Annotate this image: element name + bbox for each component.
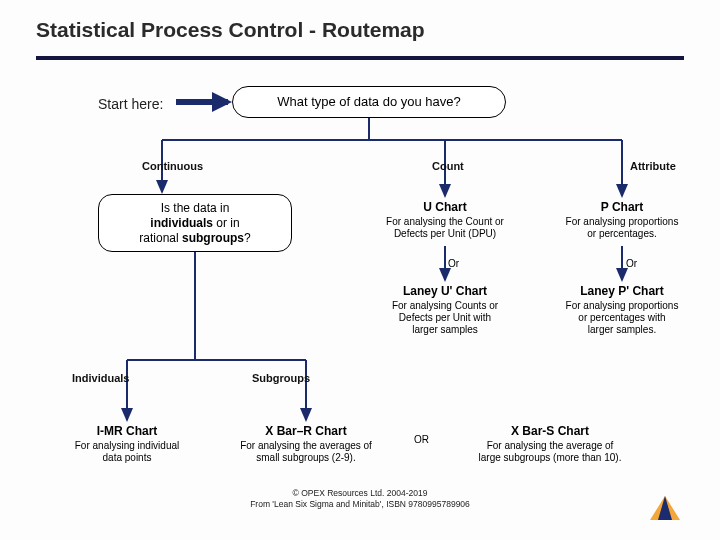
or-subgroups: OR (414, 434, 429, 445)
p-chart-desc2: or percentages. (546, 228, 698, 240)
branch-continuous: Continuous (142, 160, 203, 172)
q2-line3: rational subgroups? (99, 231, 291, 246)
footer: © OPEX Resources Ltd. 2004-2019 From 'Le… (0, 488, 720, 510)
logo-icon (648, 494, 682, 522)
q2-line2: individuals or in (99, 216, 291, 231)
laney-u-desc2: Defects per Unit with (365, 312, 525, 324)
title-rule (36, 56, 684, 60)
xbar-r-header: X Bar–R Chart (218, 424, 394, 438)
imr-section: I-MR Chart For analysing individual data… (56, 424, 198, 464)
footer-line2: From 'Lean Six Sigma and Minitab', ISBN … (250, 499, 470, 509)
imr-desc1: For analysing individual (56, 440, 198, 452)
laney-p-desc1: For analysing proportions (546, 300, 698, 312)
laney-p-desc2: or percentages with (546, 312, 698, 324)
p-chart-desc1: For analysing proportions (546, 216, 698, 228)
laney-p-section: Laney P' Chart For analysing proportions… (546, 284, 698, 336)
laney-u-header: Laney U' Chart (365, 284, 525, 298)
branch-count: Count (432, 160, 464, 172)
xbar-s-desc2: large subgroups (more than 10). (450, 452, 650, 464)
laney-u-desc1: For analysing Counts or (365, 300, 525, 312)
branch-subgroups: Subgroups (252, 372, 310, 384)
imr-desc2: data points (56, 452, 198, 464)
xbar-s-desc1: For analysing the average of (450, 440, 650, 452)
xbar-r-desc1: For analysing the averages of (218, 440, 394, 452)
or-count: Or (448, 258, 459, 269)
laney-u-section: Laney U' Chart For analysing Counts or D… (365, 284, 525, 336)
xbar-s-header: X Bar-S Chart (450, 424, 650, 438)
xbar-s-section: X Bar-S Chart For analysing the average … (450, 424, 650, 464)
p-chart-section: P Chart For analysing proportions or per… (546, 200, 698, 240)
u-chart-desc2: Defects per Unit (DPU) (365, 228, 525, 240)
footer-line1: © OPEX Resources Ltd. 2004-2019 (293, 488, 428, 498)
xbar-r-section: X Bar–R Chart For analysing the averages… (218, 424, 394, 464)
laney-p-header: Laney P' Chart (546, 284, 698, 298)
branch-individuals: Individuals (72, 372, 129, 384)
p-chart-header: P Chart (546, 200, 698, 214)
question-individuals-subgroups: Is the data in individuals or in rationa… (98, 194, 292, 252)
q2-line1: Is the data in (99, 201, 291, 216)
u-chart-section: U Chart For analysing the Count or Defec… (365, 200, 525, 240)
branch-attribute: Attribute (630, 160, 676, 172)
question-data-type: What type of data do you have? (232, 86, 506, 118)
imr-header: I-MR Chart (56, 424, 198, 438)
xbar-r-desc2: small subgroups (2-9). (218, 452, 394, 464)
laney-p-desc3: larger samples. (546, 324, 698, 336)
u-chart-header: U Chart (365, 200, 525, 214)
u-chart-desc1: For analysing the Count or (365, 216, 525, 228)
or-attribute: Or (626, 258, 637, 269)
laney-u-desc3: larger samples (365, 324, 525, 336)
start-label: Start here: (98, 96, 163, 112)
page-title: Statistical Process Control - Routemap (36, 18, 425, 42)
